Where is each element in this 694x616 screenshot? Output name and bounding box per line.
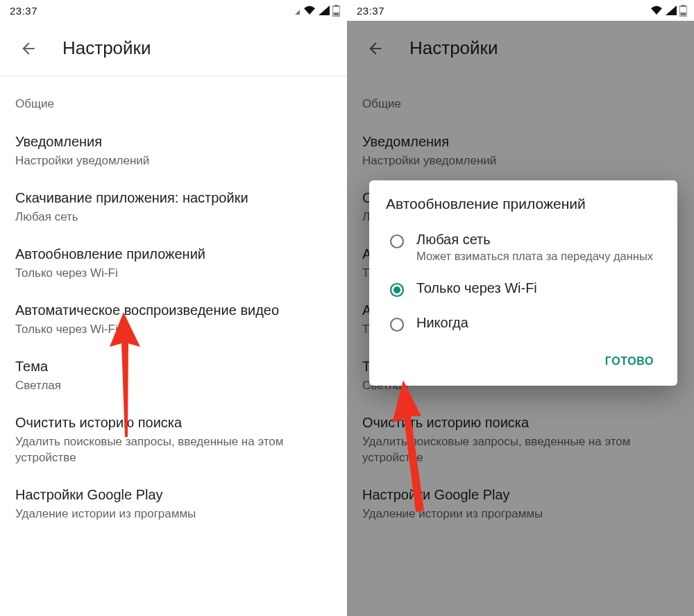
status-icons xyxy=(295,5,340,17)
status-time: 23:37 xyxy=(357,5,384,17)
done-button[interactable]: Готово xyxy=(598,348,661,375)
svg-rect-4 xyxy=(334,12,339,16)
item-title: Автообновление приложений xyxy=(15,246,332,263)
svg-rect-8 xyxy=(681,12,686,16)
item-title: Настройки Google Play xyxy=(362,486,679,504)
item-sub: Удалить поисковые запросы, введенные на … xyxy=(362,434,679,465)
item-sub: Только через Wi-Fi xyxy=(15,322,332,337)
autoupdate-dialog: Автообновление приложений Любая сеть Мож… xyxy=(369,180,677,386)
radio-unchecked-icon xyxy=(389,316,405,333)
signal-strength-half-icon xyxy=(295,6,301,15)
item-sub: Настройки уведомлений xyxy=(15,153,332,169)
item-title: Скачивание приложения: настройки xyxy=(15,189,332,207)
radio-unchecked-icon xyxy=(389,233,405,250)
status-bar: 23:37 xyxy=(347,0,694,21)
item-clear-history[interactable]: Очистить историю поиска Удалить поисковы… xyxy=(347,393,694,465)
phone-left: 23:37 Настройки Общие Уведомления Настро… xyxy=(0,0,347,616)
app-bar: Настройки xyxy=(347,21,694,76)
item-title: Уведомления xyxy=(362,133,679,151)
wifi-icon xyxy=(650,6,663,15)
item-title: Очистить историю поиска xyxy=(15,414,332,431)
item-theme[interactable]: Тема Светлая xyxy=(0,337,347,393)
battery-icon xyxy=(332,5,340,17)
status-bar: 23:37 xyxy=(0,0,347,21)
item-title: Уведомления xyxy=(15,133,332,151)
phone-right: 23:37 Настройки Общие Уведомления Настро… xyxy=(347,0,694,616)
option-never[interactable]: Никогда xyxy=(386,307,666,341)
svg-marker-1 xyxy=(319,6,330,15)
cell-signal-icon xyxy=(666,6,677,15)
page-title: Настройки xyxy=(62,37,151,59)
item-gplay[interactable]: Настройки Google Play Удаление истории и… xyxy=(347,465,694,522)
section-general: Общие xyxy=(347,76,694,118)
option-label: Любая сеть xyxy=(416,232,666,248)
item-autoplay[interactable]: Автоматическое воспроизведение видео Тол… xyxy=(0,281,347,337)
dialog-title: Автообновление приложений xyxy=(386,196,666,212)
radio-checked-icon xyxy=(389,282,405,298)
item-sub: Светлая xyxy=(15,378,332,393)
item-title: Автоматическое воспроизведение видео xyxy=(15,302,332,319)
item-download[interactable]: Скачивание приложения: настройки Любая с… xyxy=(0,169,347,225)
item-title: Очистить историю поиска xyxy=(362,414,679,431)
option-label: Никогда xyxy=(416,315,666,331)
app-bar: Настройки xyxy=(0,21,347,76)
page-title: Настройки xyxy=(409,37,498,59)
svg-point-12 xyxy=(391,318,403,331)
arrow-back-icon xyxy=(19,40,37,58)
item-sub: Удаление истории из программы xyxy=(15,506,332,522)
svg-point-9 xyxy=(391,235,403,248)
item-sub: Настройки уведомлений xyxy=(362,153,679,169)
option-any-network[interactable]: Любая сеть Может взиматься плата за пере… xyxy=(386,223,666,272)
back-button[interactable] xyxy=(14,34,43,63)
svg-marker-0 xyxy=(295,10,300,15)
arrow-back-icon xyxy=(366,40,384,58)
option-wifi-only[interactable]: Только через Wi-Fi xyxy=(386,272,666,307)
wifi-icon xyxy=(303,6,316,15)
item-title: Тема xyxy=(15,358,332,375)
svg-rect-3 xyxy=(335,5,338,7)
item-title: Настройки Google Play xyxy=(15,486,332,504)
status-time: 23:37 xyxy=(10,5,37,17)
item-gplay[interactable]: Настройки Google Play Удаление истории и… xyxy=(0,465,347,522)
cell-signal-icon xyxy=(319,6,330,15)
back-button[interactable] xyxy=(361,34,390,63)
item-notifications[interactable]: Уведомления Настройки уведомлений xyxy=(347,118,694,169)
item-sub: Только через Wi-Fi xyxy=(15,266,332,281)
battery-icon xyxy=(679,5,687,17)
item-sub: Удалить поисковые запросы, введенные на … xyxy=(15,434,332,465)
svg-point-11 xyxy=(393,286,400,293)
option-sub: Может взиматься плата за передачу данных xyxy=(416,249,666,264)
item-notifications[interactable]: Уведомления Настройки уведомлений xyxy=(0,118,347,169)
status-icons xyxy=(650,5,687,17)
item-sub: Любая сеть xyxy=(15,209,332,225)
option-label: Только через Wi-Fi xyxy=(416,280,666,296)
svg-rect-7 xyxy=(682,5,685,7)
item-clear-history[interactable]: Очистить историю поиска Удалить поисковы… xyxy=(0,393,347,465)
svg-marker-5 xyxy=(666,6,677,15)
item-sub: Удаление истории из программы xyxy=(362,506,679,522)
section-general: Общие xyxy=(0,76,347,118)
item-autoupdate[interactable]: Автообновление приложений Только через W… xyxy=(0,225,347,281)
